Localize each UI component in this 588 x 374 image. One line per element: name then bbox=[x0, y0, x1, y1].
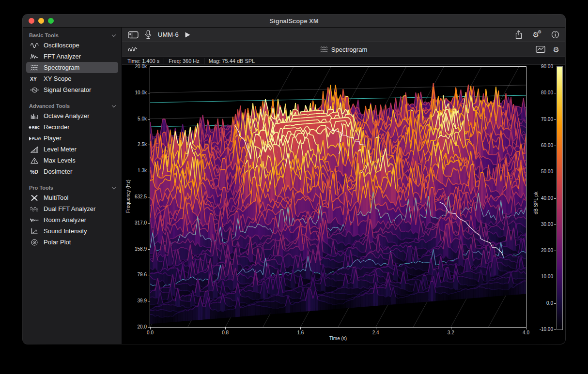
sidebar-item-spectrogram[interactable]: Spectrogram bbox=[26, 62, 118, 73]
colorbar-tick-label: 20.00 bbox=[528, 248, 553, 253]
x-tick-label: 2.4 bbox=[372, 330, 379, 335]
play-button[interactable] bbox=[185, 31, 191, 38]
info-button[interactable] bbox=[551, 30, 559, 39]
y-tick-label: 158.9 bbox=[122, 246, 147, 252]
sidebar-item-fft-analyzer[interactable]: FFT Analyzer bbox=[26, 51, 118, 62]
y-tick-mark bbox=[148, 223, 150, 224]
sidebar-item-xy-scope[interactable]: XYXY Scope bbox=[26, 73, 118, 84]
settings-gears-button[interactable]: ⚙⚙ bbox=[532, 31, 542, 38]
xy-scope-icon: XY bbox=[28, 75, 41, 82]
spectrogram-chart: Frequency (Hz) Time (s) dB SPL pk 20.0k1… bbox=[122, 65, 565, 344]
oscilloscope-icon bbox=[28, 42, 41, 49]
y-tick-label: 20.0k bbox=[122, 64, 147, 69]
window-title: SignalScope XM bbox=[269, 17, 318, 25]
sidebar-item-octave-analyzer[interactable]: Octave Analyzer bbox=[26, 110, 118, 121]
x-tick-label: 3.2 bbox=[448, 330, 454, 335]
x-tick-label: 0.0 bbox=[147, 330, 154, 335]
sidebar-item-sound-intensity[interactable]: Sound Intensity bbox=[26, 225, 118, 237]
waveform-options-button[interactable] bbox=[128, 46, 138, 53]
svg-text:%D: %D bbox=[30, 169, 38, 175]
spectrogram-canvas[interactable] bbox=[150, 67, 526, 327]
sidebar-item-label: Oscilloscope bbox=[44, 42, 79, 49]
sidebar-section-label: Basic Tools bbox=[29, 32, 59, 38]
colorbar bbox=[557, 66, 563, 330]
chart-options-button[interactable] bbox=[536, 45, 545, 53]
titlebar[interactable]: SignalScope XM bbox=[23, 15, 565, 28]
y-tick-label: 2.5k bbox=[122, 142, 147, 147]
svg-text:PLAY: PLAY bbox=[32, 136, 41, 141]
y-tick-mark bbox=[148, 171, 150, 171]
y-tick-label: 10.0k bbox=[122, 90, 147, 95]
sidebar-item-label: Level Meter bbox=[44, 146, 77, 153]
gear-small-icon: ⚙ bbox=[538, 30, 542, 34]
sidebar-item-label: Player bbox=[44, 135, 62, 142]
sidebar-item-label: Dual FFT Analyzer bbox=[44, 205, 95, 212]
view-settings-button[interactable]: ⚙ bbox=[553, 46, 559, 53]
x-tick-mark bbox=[376, 328, 376, 329]
colorbar-tick-label: 70.00 bbox=[528, 117, 553, 122]
colorbar-tick-mark bbox=[554, 146, 556, 146]
status-mag: Mag: 75.44 dB SPL bbox=[204, 58, 259, 64]
sidebar-item-signal-generator[interactable]: Signal Generator bbox=[26, 84, 118, 95]
sidebar: Basic ToolsOscilloscopeFFT AnalyzerSpect… bbox=[23, 28, 122, 344]
chevron-down-icon[interactable] bbox=[112, 103, 116, 107]
sidebar-item-max-levels[interactable]: Max Levels bbox=[26, 155, 118, 166]
colorbar-tick-mark bbox=[554, 93, 556, 93]
sidebar-item-room-analyzer[interactable]: Room Analyzer bbox=[26, 214, 118, 225]
view-title-label: Spectrogram bbox=[331, 46, 367, 53]
x-tick-mark bbox=[300, 328, 301, 329]
multitool-icon bbox=[28, 194, 41, 201]
sidebar-item-label: Max Levels bbox=[44, 157, 76, 164]
sidebar-item-label: Sound Intensity bbox=[44, 227, 87, 235]
colorbar-tick-mark bbox=[554, 198, 556, 199]
sidebar-item-label: Polar Plot bbox=[44, 239, 71, 246]
close-button[interactable] bbox=[29, 18, 34, 24]
sidebar-section-pro-tools[interactable]: Pro Tools bbox=[29, 183, 115, 192]
sidebar-item-label: Room Analyzer bbox=[44, 216, 86, 224]
colorbar-tick-label: 40.00 bbox=[528, 195, 553, 201]
sidebar-item-dosimeter[interactable]: %DDosimeter bbox=[26, 166, 118, 177]
sidebar-item-level-meter[interactable]: Level Meter bbox=[26, 144, 118, 155]
dual-fft-analyzer-icon bbox=[28, 206, 41, 212]
y-tick-mark bbox=[148, 275, 150, 275]
colorbar-tick-mark bbox=[554, 251, 556, 251]
chevron-down-icon[interactable] bbox=[112, 32, 116, 36]
colorbar-tick-label: 60.00 bbox=[528, 143, 553, 148]
minimize-button[interactable] bbox=[38, 18, 44, 24]
sidebar-item-oscilloscope[interactable]: Oscilloscope bbox=[26, 40, 118, 51]
y-tick-mark bbox=[148, 145, 150, 145]
sidebar-item-label: Spectrogram bbox=[44, 64, 79, 71]
sidebar-item-polar-plot[interactable]: Polar Plot bbox=[26, 237, 118, 248]
sidebar-item-label: MultiTool bbox=[44, 194, 68, 201]
chevron-down-icon[interactable] bbox=[112, 185, 116, 189]
x-tick-label: 0.8 bbox=[222, 330, 229, 335]
x-tick-mark bbox=[451, 328, 451, 329]
sidebar-item-player[interactable]: PLAYPlayer bbox=[26, 133, 118, 144]
share-button[interactable] bbox=[515, 30, 523, 39]
room-analyzer-icon bbox=[28, 217, 41, 224]
colorbar-tick-label: 30.00 bbox=[528, 222, 553, 227]
octave-analyzer-icon bbox=[28, 113, 41, 120]
sidebar-section-advanced-tools[interactable]: Advanced Tools bbox=[29, 102, 115, 110]
input-device-label[interactable]: UMM-6 bbox=[158, 31, 179, 38]
sidebar-item-multitool[interactable]: MultiTool bbox=[26, 192, 118, 203]
traffic-lights bbox=[29, 18, 54, 24]
colorbar-tick-mark bbox=[554, 303, 556, 304]
colorbar-tick-label: 80.00 bbox=[528, 90, 553, 95]
spectrogram-icon bbox=[28, 64, 41, 71]
sidebar-toggle-button[interactable] bbox=[128, 31, 139, 39]
sidebar-item-label: Dosimeter bbox=[44, 168, 72, 175]
colorbar-tick-label: 50.00 bbox=[528, 169, 553, 174]
sidebar-item-recorder[interactable]: RECRecorder bbox=[26, 121, 118, 133]
zoom-button[interactable] bbox=[48, 18, 54, 24]
sidebar-section-basic-tools[interactable]: Basic Tools bbox=[29, 31, 115, 40]
level-meter-icon bbox=[28, 146, 41, 153]
sidebar-section-label: Pro Tools bbox=[29, 185, 53, 191]
sidebar-item-label: FFT Analyzer bbox=[44, 53, 81, 60]
sidebar-item-label: Signal Generator bbox=[44, 86, 91, 93]
y-tick-mark bbox=[148, 249, 150, 250]
x-tick-mark bbox=[150, 328, 151, 329]
plot-frame bbox=[150, 66, 526, 328]
x-tick-label: 1.6 bbox=[297, 330, 304, 335]
sidebar-item-dual-fft-analyzer[interactable]: Dual FFT Analyzer bbox=[26, 203, 118, 214]
